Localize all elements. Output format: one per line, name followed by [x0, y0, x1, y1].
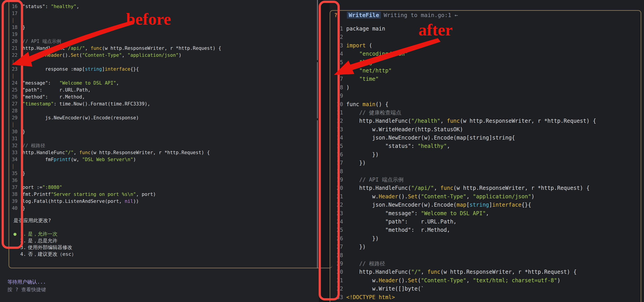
line-number: 29 [330, 260, 343, 268]
line-number: 24 [9, 80, 18, 87]
code-line: │ [9, 121, 316, 128]
wrap-indicator: │ [9, 73, 18, 80]
code-text: ) [346, 83, 350, 92]
code-line: 38fmt.Printf"Server starting on port %s\… [9, 191, 316, 198]
code-line: │ [9, 59, 316, 66]
code-text: package main [346, 25, 385, 33]
code-line: 27"timestamp": time.Now().Format(time.RF… [9, 100, 316, 107]
code-line: 1package main [330, 25, 640, 33]
code-text: Header().Set("Content-Type", "applicatio… [22, 52, 182, 59]
selected-option-bullet [14, 237, 20, 244]
line-number: 17 [330, 159, 343, 167]
line-number: 2 [330, 33, 343, 41]
code-text: "path": r.URL.Path, [22, 87, 90, 94]
line-number: 26 [330, 235, 343, 243]
code-line: 23"message": "Welcome to DSL API", [330, 209, 640, 218]
line-number: 37 [9, 184, 18, 191]
code-text: }) [346, 159, 366, 167]
code-line: 31w.Header().Set("Content-Type", "text/h… [330, 277, 640, 285]
line-number: 12 [330, 117, 343, 125]
code-text: } [22, 205, 25, 212]
code-text: // API 端点示例 [22, 38, 61, 45]
code-text: response :map[string]interface{}{ [22, 66, 139, 73]
line-number: 3 [330, 41, 343, 50]
code-line: 12http.HandleFunc("/health", func(w http… [330, 117, 640, 125]
line-number: 7 [330, 75, 343, 83]
confirm-option[interactable]: 2.是，总是允许 [14, 237, 76, 244]
line-number: 16 [9, 3, 18, 10]
code-text: http.HandleFunc("/api/", func(w http.Res… [346, 184, 590, 192]
code-line: 34fmFprintf(w, "DSL Web Server\n") [9, 156, 316, 163]
code-line: 33http.HandleFunc"/", func(w http.Respon… [9, 149, 316, 156]
wrap-indicator: │ [9, 17, 18, 24]
scrollbar[interactable] [317, 0, 318, 268]
code-line: │ [9, 17, 316, 24]
option-label: 是，总是允许 [28, 237, 58, 244]
line-number: 1 [330, 25, 343, 33]
line-number: 22 [9, 52, 18, 59]
code-line: 17}) [330, 159, 640, 167]
code-line: 37port :=":8080" [9, 184, 316, 191]
line-number: 27 [9, 100, 18, 107]
code-line: 11// 健康检查端点 [330, 109, 640, 117]
code-text: "timestamp": time.Now().Format(time.RFC3… [22, 100, 150, 107]
code-text: "time" [346, 75, 379, 83]
line-number: 31 [9, 135, 18, 142]
code-line: 32// 根路径 [9, 142, 316, 149]
line-number: 23 [330, 209, 343, 218]
code-text: "status": "healthy", [346, 142, 450, 150]
code-line: 4"encoding/json" [330, 50, 640, 58]
code-line: 18 [330, 167, 640, 176]
code-line: 29js.NewEncoder(w).Encode(response) [9, 114, 316, 121]
code-line: 19// API 端点示例 [330, 176, 640, 184]
code-text: // 根路径 [346, 260, 385, 268]
writefile-header: ? WriteFile Writing to main.go:1 ← [334, 12, 458, 19]
code-text: // 根路径 [22, 142, 45, 149]
code-text: "message": "Welcome to DSL API", [22, 80, 119, 87]
line-number: 30 [330, 268, 343, 276]
code-text: } [22, 170, 25, 177]
scrollbar-notch [317, 118, 318, 120]
code-line: 25"path": r.URL.Path, [9, 87, 316, 94]
question-mark-icon: ? [334, 12, 347, 18]
option-number: 1. [20, 231, 28, 237]
line-number: 19 [330, 176, 343, 184]
code-line: 20// API 端点示例 [9, 38, 316, 45]
line-number: 20 [330, 184, 343, 192]
code-text: w.Header().Set("Content-Type", "text/htm… [346, 277, 560, 285]
code-line: │ [9, 163, 316, 170]
code-line: 28 [9, 107, 316, 114]
code-line: 30} [9, 128, 316, 135]
line-number: 29 [9, 114, 18, 121]
code-line: 19 [9, 31, 316, 38]
code-text: "method": r.Method, [22, 94, 85, 100]
code-line: 21http.HandleFunc"/api/", func(w http.Re… [9, 45, 316, 52]
confirm-option[interactable]: 4.否，建议更改（esc） [14, 251, 76, 258]
code-line: 27}) [330, 243, 640, 251]
code-line: │ [9, 73, 316, 80]
confirm-option[interactable]: ●1.是，允许一次 [14, 231, 76, 237]
code-text: "status": "healthy", [22, 3, 79, 10]
code-text: "method": r.Method, [346, 226, 450, 234]
code-line: 10func main() { [330, 100, 640, 109]
code-line: 26}) [330, 235, 640, 243]
line-number: 35 [9, 170, 18, 177]
code-line: 36 [9, 177, 316, 184]
confirm-option[interactable]: 3.使用外部编辑器修改 [14, 244, 76, 251]
code-line: 30http.HandleFunc("/", func(w http.Respo… [330, 268, 640, 276]
line-number: 24 [330, 218, 343, 226]
selected-option-bullet: ● [14, 231, 20, 237]
screenshot-composite: { "colors": { "red_shape": "#ef453e", "r… [0, 0, 644, 302]
code-text: w.WriteHeader(http.StatusOK) [346, 125, 463, 134]
line-number: 40 [9, 205, 18, 212]
code-text: <!DOCTYPE html> [346, 293, 395, 302]
code-line: 21w.Header().Set("Content-Type", "applic… [330, 193, 640, 201]
code-line: 35} [9, 170, 316, 177]
line-number: 21 [330, 193, 343, 201]
code-line: 9 [330, 92, 640, 100]
code-text: import ( [346, 41, 372, 50]
code-text: }) [346, 235, 379, 243]
shortcut-hint-text: 按 ? 查看快捷键 [8, 286, 46, 293]
line-number: 20 [9, 38, 18, 45]
line-number: 22 [330, 201, 343, 209]
